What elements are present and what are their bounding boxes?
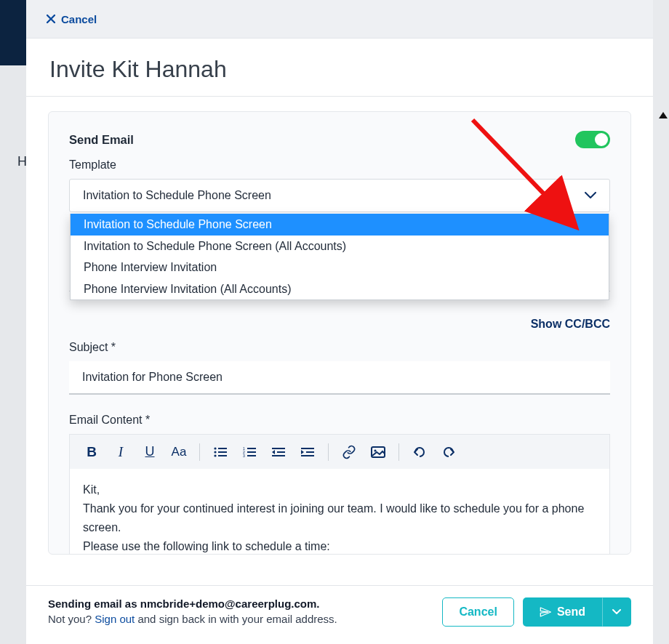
send-email-row: Send Email — [69, 131, 610, 148]
outdent-icon — [272, 447, 285, 457]
case-button[interactable]: Aa — [166, 439, 192, 465]
modal-footer: Sending email as nmcbride+demo@careerplu… — [26, 585, 653, 644]
template-select[interactable]: Invitation to Schedule Phone Screen Invi… — [69, 179, 610, 212]
modal-title-row: Invite Kit Hannah — [26, 39, 653, 97]
not-you-suffix: and sign back in with your email address… — [135, 613, 337, 625]
modal: Cancel Invite Kit Hannah Send Email Temp… — [26, 0, 653, 644]
ordered-list-button[interactable]: 123 — [236, 439, 263, 465]
page-title: Invite Kit Hannah — [49, 56, 630, 83]
link-button[interactable] — [336, 439, 362, 465]
email-editor[interactable]: Kit, Thank you for your continued intere… — [69, 469, 610, 555]
image-button[interactable] — [365, 439, 391, 465]
show-cc-bcc-link[interactable]: Show CC/BCC — [69, 318, 610, 331]
subject-block: Subject * — [69, 341, 610, 395]
sending-as-line: Sending email as nmcbride+demo@careerplu… — [48, 597, 337, 610]
footer-actions: Cancel Send — [442, 597, 631, 627]
svg-point-1 — [214, 451, 216, 453]
scroll-up-indicator[interactable] — [659, 112, 668, 118]
redo-icon — [441, 446, 456, 459]
template-option[interactable]: Phone Interview Invitation (All Accounts… — [71, 278, 609, 300]
cancel-top-button[interactable]: Cancel — [47, 13, 97, 25]
undo-icon — [412, 446, 427, 459]
toolbar-separator — [398, 443, 399, 461]
close-icon — [47, 15, 55, 23]
email-content-block: Email Content * B I U Aa 123 — [69, 414, 610, 555]
italic-button[interactable]: I — [108, 439, 134, 465]
background-page — [0, 0, 26, 644]
subject-label: Subject * — [69, 341, 610, 354]
sending-as-prefix: Sending email as — [48, 597, 140, 610]
send-label: Send — [557, 605, 585, 619]
modal-body: Send Email Template Invitation to Schedu… — [26, 97, 653, 585]
subject-input[interactable] — [82, 371, 597, 384]
send-email-toggle[interactable] — [575, 131, 610, 148]
email-content-label: Email Content * — [69, 414, 610, 427]
not-you-prefix: Not you? — [48, 613, 95, 625]
chevron-down-icon — [585, 192, 596, 199]
template-option[interactable]: Phone Interview Invitation — [71, 257, 609, 278]
undo-button[interactable] — [406, 439, 433, 465]
send-more-button[interactable] — [602, 597, 631, 627]
template-selected-text: Invitation to Schedule Phone Screen — [83, 189, 271, 202]
template-option[interactable]: Invitation to Schedule Phone Screen (All… — [71, 236, 609, 257]
cancel-top-label: Cancel — [61, 13, 97, 25]
send-email-label: Send Email — [69, 133, 134, 147]
sending-as-suffix: . — [316, 597, 319, 610]
paper-plane-icon — [540, 606, 551, 618]
outdent-button[interactable] — [265, 439, 292, 465]
bold-button[interactable]: B — [79, 439, 105, 465]
editor-line: Thank you for your continued interest in… — [83, 499, 596, 537]
email-card: Send Email Template Invitation to Schedu… — [48, 111, 631, 555]
sign-out-link[interactable]: Sign out — [95, 613, 135, 625]
send-button[interactable]: Send — [523, 597, 602, 627]
subject-input-wrap — [69, 361, 610, 395]
template-label: Template — [69, 158, 610, 172]
svg-point-0 — [214, 447, 216, 449]
indent-button[interactable] — [295, 439, 321, 465]
toolbar-separator — [199, 443, 200, 461]
list-ol-icon: 123 — [243, 447, 256, 457]
toolbar-separator — [328, 443, 329, 461]
cancel-button[interactable]: Cancel — [442, 597, 513, 627]
editor-line: Kit, — [83, 480, 596, 499]
indent-icon — [301, 447, 314, 457]
unordered-list-button[interactable] — [207, 439, 233, 465]
template-dropdown: Invitation to Schedule Phone Screen Invi… — [70, 214, 609, 300]
toggle-knob — [595, 133, 608, 146]
redo-button[interactable] — [436, 439, 462, 465]
template-option[interactable]: Invitation to Schedule Phone Screen — [71, 214, 609, 236]
background-nav-dark — [0, 0, 26, 65]
link-icon — [342, 445, 356, 459]
editor-toolbar: B I U Aa 123 — [69, 434, 610, 469]
chevron-down-icon — [612, 609, 621, 615]
footer-sender-info: Sending email as nmcbride+demo@careerplu… — [48, 597, 337, 625]
svg-point-19 — [374, 449, 376, 451]
list-ul-icon — [214, 447, 227, 457]
editor-line: Please use the following link to schedul… — [83, 537, 596, 555]
svg-point-2 — [214, 454, 216, 456]
svg-text:3: 3 — [243, 454, 245, 457]
send-button-group: Send — [523, 597, 631, 627]
sending-as-email: nmcbride+demo@careerplug.com — [140, 597, 317, 610]
underline-button[interactable]: U — [137, 439, 163, 465]
image-icon — [371, 446, 385, 458]
not-you-line: Not you? Sign out and sign back in with … — [48, 613, 337, 625]
modal-header: Cancel — [26, 0, 653, 39]
